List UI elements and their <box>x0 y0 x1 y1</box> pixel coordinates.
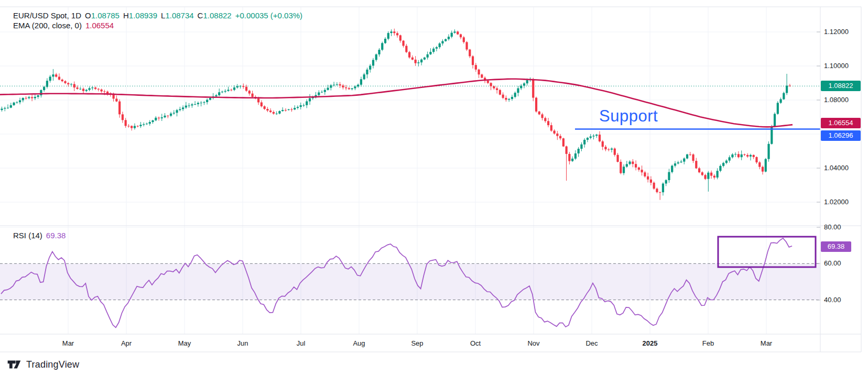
tradingview-chart-window: EUR/USD Spot, 1D O1.08785 H1.08939 L1.08… <box>0 0 868 376</box>
low-value: 1.08734 <box>165 11 193 20</box>
rsi-tick-40: 40.00 <box>824 296 841 304</box>
time-tick-sep: Sep <box>411 339 423 348</box>
time-tick-aug: Aug <box>353 339 365 348</box>
rsi-legend[interactable]: RSI (14) 69.38 <box>13 231 66 240</box>
rsi-value: 69.38 <box>46 231 66 240</box>
support-annotation-label[interactable]: Support <box>599 107 658 126</box>
time-tick-may: May <box>178 339 191 348</box>
tradingview-logo-icon <box>7 358 21 371</box>
time-tick-dec: Dec <box>585 339 598 348</box>
close-value: 1.08822 <box>203 11 231 20</box>
ema-price-badge: 1.06554 <box>821 118 861 128</box>
open-label: O <box>85 11 91 20</box>
time-tick-mar2: Mar <box>761 339 772 348</box>
high-label: H <box>123 11 129 20</box>
symbol-title: EUR/USD Spot, 1D <box>13 11 81 20</box>
ema-label: EMA (200, close, 0) <box>13 21 82 30</box>
open-value: 1.08785 <box>91 11 120 20</box>
rsi-value-badge: 69.38 <box>821 241 851 252</box>
symbol-legend[interactable]: EUR/USD Spot, 1D O1.08785 H1.08939 L1.08… <box>13 11 302 20</box>
price-tick-1.02: 1.02000 <box>824 198 849 206</box>
time-tick-2025: 2025 <box>643 339 658 348</box>
time-tick-mar: Mar <box>62 339 74 348</box>
rsi-highlight-box[interactable] <box>718 237 816 267</box>
price-tick-1.08: 1.08000 <box>824 96 849 104</box>
time-tick-jul: Jul <box>297 339 306 348</box>
price-tick-1.04: 1.04000 <box>824 164 849 172</box>
rsi-band <box>0 263 820 300</box>
tradingview-logo[interactable]: TradingView <box>7 358 79 371</box>
ema-legend[interactable]: EMA (200, close, 0) 1.06554 <box>13 21 114 30</box>
time-tick-apr: Apr <box>121 339 132 348</box>
chart-canvas[interactable] <box>0 0 868 376</box>
rsi-label: RSI (14) <box>13 231 42 240</box>
time-tick-nov: Nov <box>527 339 539 348</box>
time-tick-feb: Feb <box>702 339 714 348</box>
candles-layer <box>1 29 791 200</box>
time-tick-oct: Oct <box>470 339 481 348</box>
ema-value: 1.06554 <box>85 21 114 30</box>
rsi-tick-80: 80.00 <box>824 223 841 231</box>
high-value: 1.08939 <box>129 11 157 20</box>
time-tick-jun: Jun <box>237 339 248 348</box>
price-tick-1.12: 1.12000 <box>824 28 849 36</box>
change-value: +0.00035 (+0.03%) <box>235 11 302 20</box>
price-tick-1.10: 1.10000 <box>824 62 849 70</box>
tradingview-logo-text: TradingView <box>26 359 79 370</box>
current-price-badge: 1.08822 <box>821 81 861 91</box>
rsi-tick-60: 60.00 <box>824 259 841 268</box>
close-label: C <box>198 11 203 20</box>
support-price-badge: 1.06296 <box>821 130 861 141</box>
